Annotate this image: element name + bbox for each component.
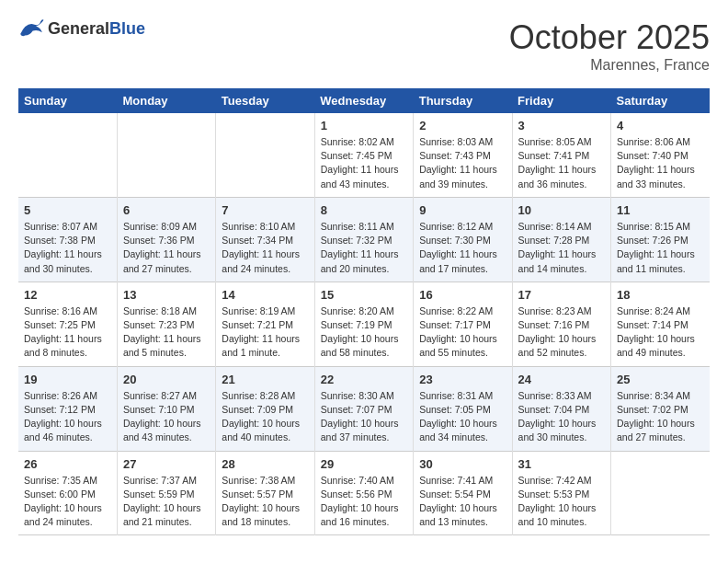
day-number: 23 — [419, 373, 506, 386]
calendar-week-row: 5Sunrise: 8:07 AM Sunset: 7:38 PM Daylig… — [18, 197, 710, 282]
column-header-friday: Friday — [512, 88, 610, 113]
calendar-cell: 20Sunrise: 8:27 AM Sunset: 7:10 PM Dayli… — [117, 366, 215, 451]
logo-icon — [18, 18, 44, 39]
cell-sun-info: Sunrise: 7:35 AM Sunset: 6:00 PM Dayligh… — [24, 474, 111, 530]
calendar-cell: 26Sunrise: 7:35 AM Sunset: 6:00 PM Dayli… — [18, 451, 117, 535]
calendar-cell — [117, 113, 215, 197]
calendar-cell — [611, 451, 710, 535]
day-number: 28 — [222, 457, 308, 471]
calendar-cell: 1Sunrise: 8:02 AM Sunset: 7:45 PM Daylig… — [314, 113, 413, 197]
calendar-cell: 18Sunrise: 8:24 AM Sunset: 7:14 PM Dayli… — [611, 282, 710, 366]
day-number: 17 — [518, 288, 605, 302]
cell-sun-info: Sunrise: 8:10 AM Sunset: 7:34 PM Dayligh… — [222, 220, 308, 276]
day-number: 30 — [419, 457, 506, 471]
calendar-cell: 2Sunrise: 8:03 AM Sunset: 7:43 PM Daylig… — [414, 113, 512, 197]
cell-sun-info: Sunrise: 8:24 AM Sunset: 7:14 PM Dayligh… — [617, 304, 704, 361]
day-number: 31 — [518, 457, 605, 471]
day-number: 10 — [518, 203, 605, 217]
day-number: 8 — [321, 203, 407, 217]
day-number: 12 — [24, 288, 111, 302]
calendar-cell: 28Sunrise: 7:38 AM Sunset: 5:57 PM Dayli… — [216, 451, 314, 535]
cell-sun-info: Sunrise: 8:09 AM Sunset: 7:36 PM Dayligh… — [123, 220, 210, 276]
day-number: 16 — [419, 288, 506, 302]
day-number: 3 — [518, 119, 605, 132]
column-header-tuesday: Tuesday — [216, 88, 314, 113]
column-header-thursday: Thursday — [414, 88, 512, 113]
calendar-table: SundayMondayTuesdayWednesdayThursdayFrid… — [18, 88, 710, 535]
calendar-cell: 8Sunrise: 8:11 AM Sunset: 7:32 PM Daylig… — [314, 197, 413, 282]
day-number: 14 — [222, 288, 308, 302]
cell-sun-info: Sunrise: 8:11 AM Sunset: 7:32 PM Dayligh… — [321, 220, 407, 276]
cell-sun-info: Sunrise: 8:26 AM Sunset: 7:12 PM Dayligh… — [24, 389, 111, 445]
logo-blue-text: Blue — [109, 19, 145, 38]
cell-sun-info: Sunrise: 8:12 AM Sunset: 7:30 PM Dayligh… — [419, 220, 506, 276]
cell-sun-info: Sunrise: 8:05 AM Sunset: 7:41 PM Dayligh… — [518, 135, 605, 191]
logo: GeneralBlue — [18, 18, 145, 39]
day-number: 20 — [123, 373, 210, 386]
day-number: 11 — [617, 203, 704, 217]
cell-sun-info: Sunrise: 8:07 AM Sunset: 7:38 PM Dayligh… — [24, 220, 111, 276]
calendar-cell — [216, 113, 314, 197]
calendar-cell: 24Sunrise: 8:33 AM Sunset: 7:04 PM Dayli… — [512, 366, 610, 451]
calendar-cell: 30Sunrise: 7:41 AM Sunset: 5:54 PM Dayli… — [414, 451, 512, 535]
cell-sun-info: Sunrise: 8:22 AM Sunset: 7:17 PM Dayligh… — [419, 304, 506, 361]
calendar-cell — [18, 113, 117, 197]
day-number: 24 — [518, 373, 605, 386]
cell-sun-info: Sunrise: 8:03 AM Sunset: 7:43 PM Dayligh… — [419, 135, 506, 191]
calendar-cell: 19Sunrise: 8:26 AM Sunset: 7:12 PM Dayli… — [18, 366, 117, 451]
calendar-cell: 10Sunrise: 8:14 AM Sunset: 7:28 PM Dayli… — [512, 197, 610, 282]
cell-sun-info: Sunrise: 8:33 AM Sunset: 7:04 PM Dayligh… — [518, 389, 605, 445]
day-number: 26 — [24, 457, 111, 471]
day-number: 18 — [617, 288, 704, 302]
column-header-wednesday: Wednesday — [314, 88, 413, 113]
cell-sun-info: Sunrise: 8:15 AM Sunset: 7:26 PM Dayligh… — [617, 220, 704, 276]
cell-sun-info: Sunrise: 8:31 AM Sunset: 7:05 PM Dayligh… — [419, 389, 506, 445]
calendar-cell: 4Sunrise: 8:06 AM Sunset: 7:40 PM Daylig… — [611, 113, 710, 197]
calendar-cell: 15Sunrise: 8:20 AM Sunset: 7:19 PM Dayli… — [314, 282, 413, 366]
column-header-saturday: Saturday — [611, 88, 710, 113]
day-number: 29 — [321, 457, 407, 471]
calendar-cell: 16Sunrise: 8:22 AM Sunset: 7:17 PM Dayli… — [414, 282, 512, 366]
calendar-cell: 5Sunrise: 8:07 AM Sunset: 7:38 PM Daylig… — [18, 197, 117, 282]
cell-sun-info: Sunrise: 8:27 AM Sunset: 7:10 PM Dayligh… — [123, 389, 210, 445]
calendar-cell: 21Sunrise: 8:28 AM Sunset: 7:09 PM Dayli… — [216, 366, 314, 451]
cell-sun-info: Sunrise: 8:20 AM Sunset: 7:19 PM Dayligh… — [321, 304, 407, 361]
cell-sun-info: Sunrise: 7:38 AM Sunset: 5:57 PM Dayligh… — [222, 474, 308, 530]
calendar-cell: 6Sunrise: 8:09 AM Sunset: 7:36 PM Daylig… — [117, 197, 215, 282]
calendar-week-row: 12Sunrise: 8:16 AM Sunset: 7:25 PM Dayli… — [18, 282, 710, 366]
logo-general-text: General — [48, 19, 109, 38]
day-number: 19 — [24, 373, 111, 386]
calendar-week-row: 19Sunrise: 8:26 AM Sunset: 7:12 PM Dayli… — [18, 366, 710, 451]
day-number: 13 — [123, 288, 210, 302]
calendar-cell: 13Sunrise: 8:18 AM Sunset: 7:23 PM Dayli… — [117, 282, 215, 366]
title-block: October 2025 Marennes, France — [509, 18, 710, 74]
day-number: 22 — [321, 373, 407, 386]
cell-sun-info: Sunrise: 8:02 AM Sunset: 7:45 PM Dayligh… — [321, 135, 407, 191]
cell-sun-info: Sunrise: 7:42 AM Sunset: 5:53 PM Dayligh… — [518, 474, 605, 530]
cell-sun-info: Sunrise: 8:06 AM Sunset: 7:40 PM Dayligh… — [617, 135, 704, 191]
calendar-cell: 14Sunrise: 8:19 AM Sunset: 7:21 PM Dayli… — [216, 282, 314, 366]
day-number: 15 — [321, 288, 407, 302]
cell-sun-info: Sunrise: 8:18 AM Sunset: 7:23 PM Dayligh… — [123, 304, 210, 361]
column-header-monday: Monday — [117, 88, 215, 113]
calendar-cell: 22Sunrise: 8:30 AM Sunset: 7:07 PM Dayli… — [314, 366, 413, 451]
cell-sun-info: Sunrise: 8:30 AM Sunset: 7:07 PM Dayligh… — [321, 389, 407, 445]
cell-sun-info: Sunrise: 7:40 AM Sunset: 5:56 PM Dayligh… — [321, 474, 407, 530]
calendar-cell: 25Sunrise: 8:34 AM Sunset: 7:02 PM Dayli… — [611, 366, 710, 451]
month-title: October 2025 — [509, 18, 710, 57]
day-number: 1 — [321, 119, 407, 132]
calendar-week-row: 26Sunrise: 7:35 AM Sunset: 6:00 PM Dayli… — [18, 451, 710, 535]
cell-sun-info: Sunrise: 8:28 AM Sunset: 7:09 PM Dayligh… — [222, 389, 308, 445]
page-header: GeneralBlue October 2025 Marennes, Franc… — [18, 18, 710, 74]
column-header-sunday: Sunday — [18, 88, 117, 113]
cell-sun-info: Sunrise: 7:37 AM Sunset: 5:59 PM Dayligh… — [123, 474, 210, 530]
cell-sun-info: Sunrise: 8:14 AM Sunset: 7:28 PM Dayligh… — [518, 220, 605, 276]
cell-sun-info: Sunrise: 8:16 AM Sunset: 7:25 PM Dayligh… — [24, 304, 111, 361]
location-text: Marennes, France — [509, 57, 710, 74]
calendar-cell: 23Sunrise: 8:31 AM Sunset: 7:05 PM Dayli… — [414, 366, 512, 451]
calendar-cell: 27Sunrise: 7:37 AM Sunset: 5:59 PM Dayli… — [117, 451, 215, 535]
calendar-cell: 3Sunrise: 8:05 AM Sunset: 7:41 PM Daylig… — [512, 113, 610, 197]
day-number: 9 — [419, 203, 506, 217]
cell-sun-info: Sunrise: 7:41 AM Sunset: 5:54 PM Dayligh… — [419, 474, 506, 530]
calendar-cell: 29Sunrise: 7:40 AM Sunset: 5:56 PM Dayli… — [314, 451, 413, 535]
